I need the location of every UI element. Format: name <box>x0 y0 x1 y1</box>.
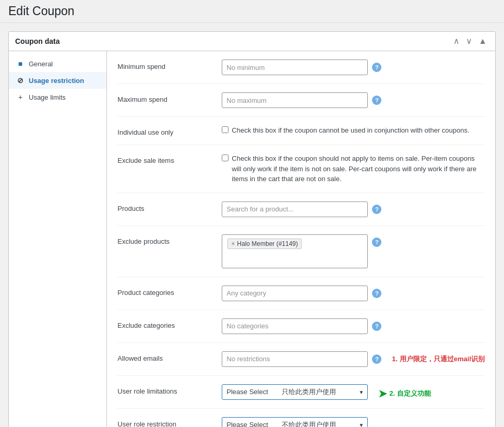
tag-remove-icon[interactable]: × <box>231 240 235 247</box>
exclude-categories-help-icon[interactable]: ? <box>372 322 381 331</box>
general-icon: ■ <box>16 60 25 68</box>
toggle-button[interactable]: ▲ <box>476 36 489 46</box>
individual-use-only-row: Individual use only Check this box if th… <box>117 125 485 145</box>
user-role-restriction-row: User role restriction Please Select 不给此类… <box>117 417 485 428</box>
user-role-limitations-field: Please Select 只给此类用户使用 ▼ ➤ 2. 自定义功能 <box>222 384 485 400</box>
exclude-categories-row: Exclude categories ? <box>117 318 485 343</box>
maximum-spend-help-icon[interactable]: ? <box>372 96 381 105</box>
exclude-categories-field: ? <box>222 318 485 334</box>
exclude-sale-items-row: Exclude sale items Check this box if the… <box>117 153 485 193</box>
page-title: Edit Coupon <box>8 4 75 18</box>
user-role-restriction-select-wrapper: Please Select 不给此类用户使用 ▼ <box>222 417 368 428</box>
user-role-limitations-row: User role limitations Please Select 只给此类… <box>117 384 485 409</box>
product-categories-help-icon[interactable]: ? <box>372 289 381 298</box>
product-categories-label: Product categories <box>117 286 222 296</box>
allowed-emails-input[interactable] <box>222 351 368 367</box>
minimum-spend-row: Minimum spend ? <box>117 60 485 84</box>
minimum-spend-label: Minimum spend <box>117 60 222 70</box>
exclude-sale-items-checkbox[interactable] <box>222 155 229 161</box>
product-categories-input[interactable] <box>222 286 368 301</box>
product-categories-field: ? <box>222 286 485 301</box>
allowed-emails-annotation: 1. 用户限定，只通过email识别 <box>392 351 485 364</box>
allowed-emails-label: Allowed emails <box>117 351 222 362</box>
sidebar-item-usage-limits[interactable]: + Usage limits <box>9 89 106 105</box>
sidebar: ■ General ⊘ Usage restriction + Usage li… <box>9 51 107 427</box>
sidebar-item-general-label: General <box>29 60 53 68</box>
usage-limits-icon: + <box>16 93 25 101</box>
annotation-text: 2. 自定义功能 <box>389 389 430 398</box>
products-label: Products <box>117 201 222 212</box>
products-row: Products ? <box>117 201 485 226</box>
user-role-restriction-select[interactable]: Please Select 不给此类用户使用 <box>222 417 368 428</box>
tag-label: Halo Member (#1149) <box>237 240 298 247</box>
coupon-data-box: Coupon data ∧ ∨ ▲ ■ General ⊘ Usage rest… <box>8 31 496 427</box>
exclude-categories-input[interactable] <box>222 318 368 334</box>
user-role-limitations-annotation: ➤ 2. 自定义功能 <box>378 384 430 400</box>
exclude-sale-items-field: Check this box if the coupon should not … <box>222 153 485 184</box>
user-role-restriction-label: User role restriction <box>117 417 222 428</box>
collapse-down-button[interactable]: ∨ <box>464 36 474 46</box>
postbox-header: Coupon data ∧ ∨ ▲ <box>9 32 495 51</box>
individual-use-only-checkbox-label[interactable]: Check this box if the coupon cannot be u… <box>222 125 469 136</box>
maximum-spend-field: ? <box>222 92 485 108</box>
postbox-title: Coupon data <box>15 37 60 45</box>
individual-use-only-checkbox[interactable] <box>222 126 229 133</box>
products-field: ? <box>222 201 485 217</box>
postbox-body: ■ General ⊘ Usage restriction + Usage li… <box>9 51 495 427</box>
products-search-input[interactable] <box>222 201 368 217</box>
products-help-icon[interactable]: ? <box>372 205 381 214</box>
allowed-emails-field: ? 1. 用户限定，只通过email识别 <box>222 351 485 367</box>
exclude-products-field: × Halo Member (#1149) ? <box>222 234 485 268</box>
minimum-spend-help-icon[interactable]: ? <box>372 63 381 72</box>
usage-restriction-icon: ⊘ <box>16 76 25 85</box>
sidebar-item-usage-restriction[interactable]: ⊘ Usage restriction <box>9 72 106 89</box>
exclude-products-label: Exclude products <box>117 234 222 245</box>
individual-use-only-label: Individual use only <box>117 125 222 136</box>
sidebar-item-usage-limits-label: Usage limits <box>29 93 66 101</box>
user-role-limitations-select[interactable]: Please Select 只给此类用户使用 <box>222 384 368 400</box>
individual-use-only-field: Check this box if the coupon cannot be u… <box>222 125 485 136</box>
user-role-limitations-label: User role limitations <box>117 384 222 395</box>
allowed-emails-row: Allowed emails ? 1. 用户限定，只通过email识别 <box>117 351 485 376</box>
exclude-sale-items-checkbox-label[interactable]: Check this box if the coupon should not … <box>222 153 485 184</box>
minimum-spend-field: ? <box>222 60 485 75</box>
product-categories-row: Product categories ? <box>117 286 485 310</box>
maximum-spend-input[interactable] <box>222 92 368 108</box>
exclude-sale-items-text: Check this box if the coupon should not … <box>232 153 485 184</box>
collapse-up-button[interactable]: ∧ <box>451 36 462 46</box>
sidebar-item-general[interactable]: ■ General <box>9 55 106 72</box>
individual-use-only-text: Check this box if the coupon cannot be u… <box>232 125 469 136</box>
maximum-spend-label: Maximum spend <box>117 92 222 103</box>
minimum-spend-input[interactable] <box>222 60 368 75</box>
arrow-right-icon: ➤ <box>378 387 387 400</box>
user-role-restriction-field: Please Select 不给此类用户使用 ▼ <box>222 417 485 428</box>
user-role-limitations-select-wrapper: Please Select 只给此类用户使用 ▼ <box>222 384 368 400</box>
exclude-products-help-icon[interactable]: ? <box>372 238 381 247</box>
exclude-sale-items-label: Exclude sale items <box>117 153 222 164</box>
exclude-products-row: Exclude products × Halo Member (#1149) ? <box>117 234 485 277</box>
postbox-controls: ∧ ∨ ▲ <box>451 36 489 46</box>
exclude-categories-label: Exclude categories <box>117 318 222 329</box>
main-content: Minimum spend ? Maximum spend ? <box>107 51 495 427</box>
exclude-products-tag: × Halo Member (#1149) <box>227 239 302 249</box>
exclude-products-tag-container[interactable]: × Halo Member (#1149) <box>222 234 368 268</box>
sidebar-item-usage-restriction-label: Usage restriction <box>29 77 84 85</box>
allowed-emails-help-icon[interactable]: ? <box>372 354 381 364</box>
page-header: Edit Coupon <box>0 0 504 23</box>
maximum-spend-row: Maximum spend ? <box>117 92 485 117</box>
